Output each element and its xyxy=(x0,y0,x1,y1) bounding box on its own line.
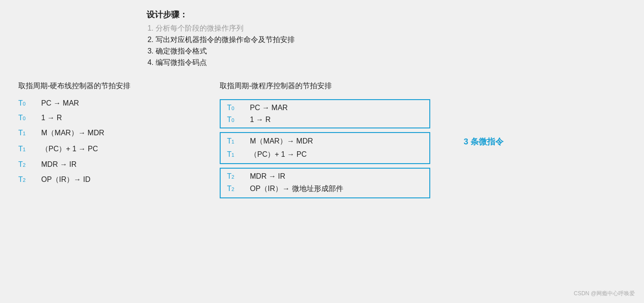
right-op-5: OP（IR）→ 微地址形成部件 xyxy=(250,184,343,194)
right-op-0: PC → MAR xyxy=(250,104,288,112)
step-3: 确定微指令格式 xyxy=(156,47,626,56)
left-section-title: 取指周期-硬布线控制器的节拍安排 xyxy=(18,81,192,91)
step-4: 编写微指令码点 xyxy=(156,58,626,68)
design-steps-section: 设计步骤： 分析每个阶段的微操作序列 写出对应机器指令的微操作命令及节拍安排 确… xyxy=(18,9,626,68)
right-time-1: T0 xyxy=(227,116,250,124)
left-op-5: OP（IR）→ ID xyxy=(41,175,91,185)
right-time-5: T2 xyxy=(227,185,250,193)
left-op-0: PC → MAR xyxy=(41,99,79,107)
right-time-2: T1 xyxy=(227,137,250,145)
left-op-4: MDR → IR xyxy=(41,160,76,169)
step-1: 分析每个阶段的微操作序列 xyxy=(156,24,626,33)
left-op-2: M（MAR）→ MDR xyxy=(41,128,104,138)
watermark: CSDN @网瘾中心呼唤爱 xyxy=(574,290,635,298)
comparison-section: 取指周期-硬布线控制器的节拍安排 T0 PC → MAR T0 1 → R T1… xyxy=(18,81,626,202)
left-row-5: T2 OP（IR）→ ID xyxy=(18,175,192,185)
left-section: 取指周期-硬布线控制器的节拍安排 T0 PC → MAR T0 1 → R T1… xyxy=(18,81,192,202)
left-op-3: （PC）+ 1 → PC xyxy=(41,144,98,154)
micro-box-3: T2 MDR → IR T2 OP（IR）→ 微地址形成部件 xyxy=(220,168,430,198)
step-2: 写出对应机器指令的微操作命令及节拍安排 xyxy=(156,35,626,45)
right-section: 取指周期-微程序控制器的节拍安排 T0 PC → MAR T0 1 → R T1… xyxy=(220,81,430,202)
right-row-0: T0 PC → MAR xyxy=(227,104,423,112)
left-time-2: T1 xyxy=(18,129,41,137)
micro-box-2: T1 M（MAR）→ MDR T1 （PC）+ 1 → PC xyxy=(220,132,430,164)
right-op-3: （PC）+ 1 → PC xyxy=(250,150,307,159)
right-time-3: T1 xyxy=(227,150,250,159)
right-time-0: T0 xyxy=(227,104,250,112)
left-time-3: T1 xyxy=(18,145,41,153)
right-row-1: T0 1 → R xyxy=(227,116,423,124)
left-row-2: T1 M（MAR）→ MDR xyxy=(18,128,192,138)
left-time-5: T2 xyxy=(18,175,41,184)
right-op-1: 1 → R xyxy=(250,116,271,124)
left-op-1: 1 → R xyxy=(41,114,62,122)
right-row-2: T1 M（MAR）→ MDR xyxy=(227,137,423,146)
left-time-1: T0 xyxy=(18,114,41,122)
left-row-1: T0 1 → R xyxy=(18,114,192,122)
right-row-5: T2 OP（IR）→ 微地址形成部件 xyxy=(227,184,423,194)
right-op-2: M（MAR）→ MDR xyxy=(250,137,313,146)
right-op-4: MDR → IR xyxy=(250,172,285,181)
left-row-3: T1 （PC）+ 1 → PC xyxy=(18,144,192,154)
right-row-4: T2 MDR → IR xyxy=(227,172,423,181)
design-steps-list: 分析每个阶段的微操作序列 写出对应机器指令的微操作命令及节拍安排 确定微指令格式… xyxy=(146,24,626,68)
left-time-0: T0 xyxy=(18,99,41,107)
micro-count-label: 3 条微指令 xyxy=(464,136,503,147)
left-row-4: T2 MDR → IR xyxy=(18,160,192,169)
main-container: 设计步骤： 分析每个阶段的微操作序列 写出对应机器指令的微操作命令及节拍安排 确… xyxy=(0,0,644,303)
micro-box-1: T0 PC → MAR T0 1 → R xyxy=(220,99,430,128)
left-row-0: T0 PC → MAR xyxy=(18,99,192,107)
design-steps-title: 设计步骤： xyxy=(146,9,626,20)
right-section-title: 取指周期-微程序控制器的节拍安排 xyxy=(220,81,430,91)
right-time-4: T2 xyxy=(227,172,250,181)
right-row-3: T1 （PC）+ 1 → PC xyxy=(227,150,423,159)
left-time-4: T2 xyxy=(18,160,41,169)
